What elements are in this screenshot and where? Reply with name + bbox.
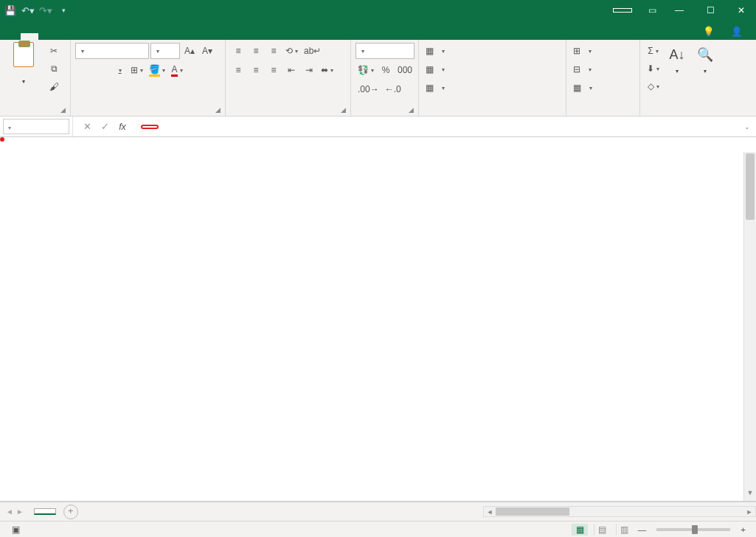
group-number: 💱 % 000 .00→ ←.0 ◢ [351, 40, 419, 116]
underline-button[interactable] [111, 62, 127, 78]
find-select-button[interactable]: 🔍▾ [693, 43, 718, 75]
tab-file[interactable] [3, 33, 21, 40]
page-layout-view-button[interactable]: ▤ [594, 524, 610, 536]
tab-layout[interactable] [56, 33, 74, 40]
clear-button[interactable]: ◇ [645, 78, 662, 94]
undo-icon[interactable]: ↶▾ [22, 4, 34, 16]
group-editing: Σ ⬇ ◇ A↓▾ 🔍▾ [640, 40, 756, 116]
fill-color-button[interactable]: 🪣 [147, 62, 167, 78]
lightbulb-icon: 💡 [703, 26, 715, 37]
tab-view[interactable] [127, 33, 145, 40]
tell-me-button[interactable]: 💡 [698, 23, 722, 40]
percent-button[interactable]: % [378, 62, 394, 78]
font-color-button[interactable]: A [169, 62, 185, 78]
formula-input[interactable] [141, 125, 159, 129]
page-break-view-button[interactable]: ▥ [616, 524, 632, 536]
zoom-slider[interactable] [656, 528, 730, 531]
add-sheet-button[interactable]: + [63, 505, 78, 519]
tab-home[interactable] [21, 33, 38, 40]
tab-formulas[interactable] [74, 33, 91, 40]
minimize-button[interactable]: — [665, 0, 694, 21]
comma-button[interactable]: 000 [395, 62, 415, 78]
format-painter-button[interactable] [46, 78, 62, 94]
cell-format-button[interactable]: ▦ [571, 80, 635, 96]
autosum-button[interactable]: Σ [645, 43, 662, 59]
decrease-decimal-button[interactable]: ←.0 [383, 81, 403, 97]
zoom-out-button[interactable]: — [638, 525, 647, 534]
italic-button[interactable] [93, 62, 109, 78]
font-size-select[interactable] [150, 43, 180, 59]
wrap-text-button[interactable]: ab↵ [302, 43, 323, 59]
sheet-nav-next-icon[interactable]: ► [16, 507, 24, 516]
merge-button[interactable]: ⬌ [319, 62, 336, 78]
tab-insert[interactable] [38, 33, 56, 40]
accounting-format-button[interactable]: 💱 [356, 62, 376, 78]
sheet-nav-prev-icon[interactable]: ◄ [6, 507, 13, 516]
hscroll-thumb[interactable] [496, 507, 569, 516]
horizontal-scrollbar[interactable]: ◄ ► [483, 506, 756, 517]
clipboard-launcher-icon[interactable]: ◢ [60, 106, 66, 114]
insert-icon: ⊞ [573, 46, 580, 56]
alignment-launcher-icon[interactable]: ◢ [341, 106, 346, 114]
decrease-font-button[interactable]: A▾ [199, 43, 215, 59]
expand-formula-bar-icon[interactable]: ⌄ [738, 123, 756, 131]
qat-customize-icon[interactable]: ▾ [58, 4, 69, 16]
bold-button[interactable] [75, 62, 91, 78]
align-left-button[interactable]: ≡ [230, 62, 246, 78]
copy-button[interactable] [46, 60, 62, 77]
conditional-formatting-button[interactable]: ▦ [423, 43, 561, 59]
normal-view-button[interactable]: ▦ [572, 524, 588, 536]
scroll-right-icon[interactable]: ► [743, 508, 755, 516]
cellstyle-icon: ▦ [426, 83, 434, 93]
sign-in-button[interactable] [613, 8, 632, 13]
align-top-button[interactable]: ≡ [230, 43, 246, 59]
tab-help[interactable] [162, 33, 180, 40]
delete-cells-button[interactable]: ⊟ [571, 61, 635, 77]
paste-button[interactable]: ▾ [4, 43, 43, 85]
scroll-left-icon[interactable]: ◄ [484, 508, 496, 516]
align-middle-button[interactable]: ≡ [248, 43, 264, 59]
cut-button[interactable] [46, 43, 62, 59]
cancel-formula-icon[interactable]: ✕ [80, 121, 94, 132]
share-button[interactable]: 👤 [726, 23, 750, 40]
increase-decimal-button[interactable]: .00→ [356, 81, 381, 97]
vscroll-thumb[interactable] [746, 153, 755, 220]
tab-data[interactable] [91, 33, 109, 40]
align-right-button[interactable]: ≡ [266, 62, 282, 78]
group-alignment: ≡ ≡ ≡ ⟲ ab↵ ≡ ≡ ≡ ⇤ ⇥ ⬌ ◢ [226, 40, 351, 116]
sheet-tab[interactable] [34, 508, 56, 515]
tab-review[interactable] [109, 33, 127, 40]
ribbon: ▾ ◢ A▴ A▾ ⊞ 🪣 A [0, 40, 756, 117]
scroll-down-icon[interactable]: ▼ [744, 489, 756, 501]
sort-filter-button[interactable]: A↓▾ [665, 43, 690, 75]
insert-cells-button[interactable]: ⊞ [571, 43, 635, 59]
name-box[interactable] [3, 119, 69, 134]
redo-icon[interactable]: ↷▾ [40, 4, 52, 16]
fill-button[interactable]: ⬇ [645, 60, 662, 77]
cell-styles-button[interactable]: ▦ [423, 80, 561, 96]
worksheet-grid[interactable]: ▲ ▼ [0, 137, 756, 502]
tab-developer[interactable] [145, 33, 162, 40]
align-bottom-button[interactable]: ≡ [266, 43, 282, 59]
number-launcher-icon[interactable]: ◢ [409, 106, 414, 114]
increase-indent-button[interactable]: ⇥ [301, 62, 317, 78]
decrease-indent-button[interactable]: ⇤ [283, 62, 299, 78]
macro-record-icon[interactable]: ▣ [12, 524, 20, 535]
borders-button[interactable]: ⊞ [128, 62, 145, 78]
sort-icon: A↓ [665, 43, 689, 66]
font-launcher-icon[interactable]: ◢ [215, 106, 221, 114]
number-format-select[interactable] [356, 43, 415, 59]
increase-font-button[interactable]: A▴ [181, 43, 198, 59]
font-name-select[interactable] [75, 43, 149, 59]
enter-formula-icon[interactable]: ✓ [98, 121, 111, 132]
format-as-table-button[interactable]: ▦ [423, 61, 561, 77]
vertical-scrollbar[interactable]: ▲ ▼ [743, 152, 756, 501]
align-center-button[interactable]: ≡ [248, 62, 264, 78]
zoom-in-button[interactable]: + [741, 525, 746, 534]
fx-icon[interactable]: fx [116, 122, 129, 132]
maximize-button[interactable]: ☐ [696, 0, 725, 21]
close-button[interactable]: ✕ [726, 0, 756, 21]
save-icon[interactable]: 💾 [4, 4, 16, 16]
ribbon-options-icon[interactable]: ▭ [641, 0, 663, 21]
orientation-button[interactable]: ⟲ [283, 43, 300, 59]
